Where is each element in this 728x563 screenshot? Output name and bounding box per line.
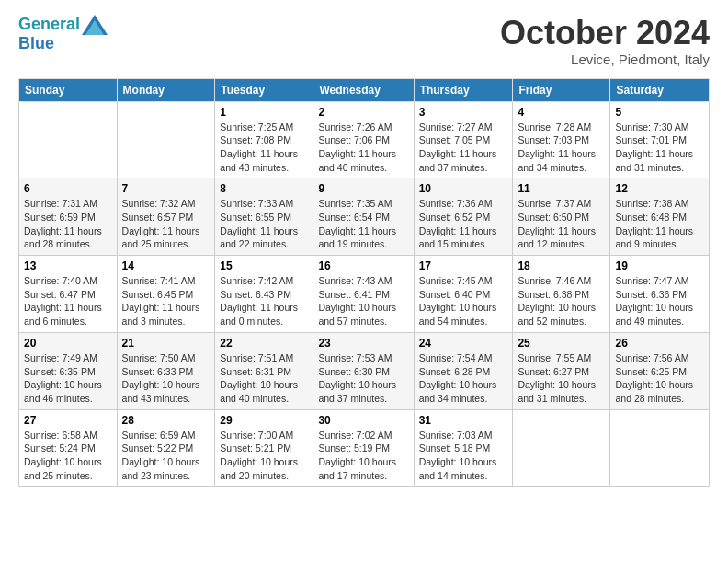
day-number: 30 bbox=[318, 414, 408, 427]
calendar-cell: 10Sunrise: 7:36 AM Sunset: 6:52 PM Dayli… bbox=[414, 178, 513, 256]
day-info: Sunrise: 6:58 AM Sunset: 5:24 PM Dayligh… bbox=[24, 429, 112, 483]
day-number: 21 bbox=[122, 337, 210, 350]
calendar-cell: 24Sunrise: 7:54 AM Sunset: 6:28 PM Dayli… bbox=[414, 332, 513, 409]
calendar-cell: 4Sunrise: 7:28 AM Sunset: 7:03 PM Daylig… bbox=[513, 101, 610, 178]
day-info: Sunrise: 7:42 AM Sunset: 6:43 PM Dayligh… bbox=[220, 274, 308, 328]
day-number: 2 bbox=[318, 106, 408, 119]
logo-text: General bbox=[18, 16, 80, 34]
calendar-cell: 25Sunrise: 7:55 AM Sunset: 6:27 PM Dayli… bbox=[513, 332, 610, 409]
header: General Blue October 2024 Levice, Piedmo… bbox=[18, 15, 710, 67]
day-info: Sunrise: 7:38 AM Sunset: 6:48 PM Dayligh… bbox=[615, 197, 704, 251]
day-number: 24 bbox=[419, 337, 508, 350]
calendar-cell: 29Sunrise: 7:00 AM Sunset: 5:21 PM Dayli… bbox=[215, 409, 313, 487]
day-number: 14 bbox=[122, 259, 210, 272]
day-number: 18 bbox=[518, 259, 605, 272]
calendar-cell: 30Sunrise: 7:02 AM Sunset: 5:19 PM Dayli… bbox=[313, 409, 414, 487]
day-header-wednesday: Wednesday bbox=[313, 78, 414, 101]
day-info: Sunrise: 7:00 AM Sunset: 5:21 PM Dayligh… bbox=[220, 429, 308, 483]
day-number: 3 bbox=[419, 106, 508, 119]
day-number: 1 bbox=[220, 106, 308, 119]
calendar-cell: 17Sunrise: 7:45 AM Sunset: 6:40 PM Dayli… bbox=[414, 256, 513, 333]
day-info: Sunrise: 7:03 AM Sunset: 5:18 PM Dayligh… bbox=[419, 429, 508, 483]
day-number: 27 bbox=[24, 414, 112, 427]
day-number: 4 bbox=[518, 106, 605, 119]
day-number: 31 bbox=[419, 414, 508, 427]
day-number: 9 bbox=[318, 182, 408, 195]
calendar-cell: 22Sunrise: 7:51 AM Sunset: 6:31 PM Dayli… bbox=[215, 332, 313, 409]
day-number: 25 bbox=[518, 337, 605, 350]
day-header-friday: Friday bbox=[513, 78, 610, 101]
day-info: Sunrise: 7:50 AM Sunset: 6:33 PM Dayligh… bbox=[122, 351, 210, 406]
day-info: Sunrise: 7:49 AM Sunset: 6:35 PM Dayligh… bbox=[24, 351, 112, 406]
calendar-cell bbox=[610, 409, 710, 487]
calendar-cell: 7Sunrise: 7:32 AM Sunset: 6:57 PM Daylig… bbox=[117, 178, 215, 256]
day-info: Sunrise: 7:40 AM Sunset: 6:47 PM Dayligh… bbox=[24, 274, 112, 328]
calendar-cell: 26Sunrise: 7:56 AM Sunset: 6:25 PM Dayli… bbox=[610, 332, 710, 409]
calendar-cell: 19Sunrise: 7:47 AM Sunset: 6:36 PM Dayli… bbox=[610, 256, 710, 333]
week-row-5: 27Sunrise: 6:58 AM Sunset: 5:24 PM Dayli… bbox=[19, 409, 710, 487]
calendar-cell: 6Sunrise: 7:31 AM Sunset: 6:59 PM Daylig… bbox=[19, 178, 118, 256]
calendar-cell: 2Sunrise: 7:26 AM Sunset: 7:06 PM Daylig… bbox=[313, 101, 414, 178]
calendar-cell: 1Sunrise: 7:25 AM Sunset: 7:08 PM Daylig… bbox=[215, 101, 313, 178]
calendar-cell: 27Sunrise: 6:58 AM Sunset: 5:24 PM Dayli… bbox=[19, 409, 118, 487]
day-number: 5 bbox=[615, 106, 704, 119]
day-info: Sunrise: 7:25 AM Sunset: 7:08 PM Dayligh… bbox=[220, 121, 308, 175]
day-number: 22 bbox=[220, 337, 308, 350]
day-info: Sunrise: 7:26 AM Sunset: 7:06 PM Dayligh… bbox=[318, 121, 408, 175]
day-info: Sunrise: 7:45 AM Sunset: 6:40 PM Dayligh… bbox=[419, 274, 508, 328]
day-info: Sunrise: 7:31 AM Sunset: 6:59 PM Dayligh… bbox=[24, 197, 112, 251]
week-row-2: 6Sunrise: 7:31 AM Sunset: 6:59 PM Daylig… bbox=[19, 178, 710, 256]
calendar-cell: 9Sunrise: 7:35 AM Sunset: 6:54 PM Daylig… bbox=[313, 178, 414, 256]
day-number: 23 bbox=[318, 337, 408, 350]
calendar-cell bbox=[117, 101, 215, 178]
day-number: 15 bbox=[220, 259, 308, 272]
calendar-cell: 15Sunrise: 7:42 AM Sunset: 6:43 PM Dayli… bbox=[215, 256, 313, 333]
day-info: Sunrise: 7:53 AM Sunset: 6:30 PM Dayligh… bbox=[318, 351, 408, 406]
day-header-tuesday: Tuesday bbox=[215, 78, 313, 101]
day-number: 28 bbox=[122, 414, 210, 427]
header-row: SundayMondayTuesdayWednesdayThursdayFrid… bbox=[19, 78, 710, 101]
day-number: 6 bbox=[24, 182, 112, 195]
week-row-1: 1Sunrise: 7:25 AM Sunset: 7:08 PM Daylig… bbox=[19, 101, 710, 178]
calendar-cell: 12Sunrise: 7:38 AM Sunset: 6:48 PM Dayli… bbox=[610, 178, 710, 256]
day-info: Sunrise: 7:36 AM Sunset: 6:52 PM Dayligh… bbox=[419, 197, 508, 251]
calendar-cell: 13Sunrise: 7:40 AM Sunset: 6:47 PM Dayli… bbox=[19, 256, 118, 333]
day-info: Sunrise: 7:43 AM Sunset: 6:41 PM Dayligh… bbox=[318, 274, 408, 328]
day-info: Sunrise: 7:51 AM Sunset: 6:31 PM Dayligh… bbox=[220, 351, 308, 406]
calendar-cell: 31Sunrise: 7:03 AM Sunset: 5:18 PM Dayli… bbox=[414, 409, 513, 487]
day-info: Sunrise: 7:02 AM Sunset: 5:19 PM Dayligh… bbox=[318, 429, 408, 483]
day-info: Sunrise: 7:28 AM Sunset: 7:03 PM Dayligh… bbox=[518, 121, 605, 175]
day-number: 20 bbox=[24, 337, 112, 350]
day-info: Sunrise: 7:30 AM Sunset: 7:01 PM Dayligh… bbox=[615, 121, 704, 175]
calendar-cell: 28Sunrise: 6:59 AM Sunset: 5:22 PM Dayli… bbox=[117, 409, 215, 487]
day-number: 17 bbox=[419, 259, 508, 272]
logo: General Blue bbox=[18, 15, 108, 53]
logo-icon bbox=[82, 15, 108, 35]
day-number: 19 bbox=[615, 259, 704, 272]
calendar-table: SundayMondayTuesdayWednesdayThursdayFrid… bbox=[18, 78, 710, 488]
day-header-thursday: Thursday bbox=[414, 78, 513, 101]
calendar-page: General Blue October 2024 Levice, Piedmo… bbox=[0, 0, 728, 496]
day-number: 13 bbox=[24, 259, 112, 272]
day-number: 10 bbox=[419, 182, 508, 195]
calendar-cell: 11Sunrise: 7:37 AM Sunset: 6:50 PM Dayli… bbox=[513, 178, 610, 256]
day-info: Sunrise: 7:41 AM Sunset: 6:45 PM Dayligh… bbox=[122, 274, 210, 328]
day-header-saturday: Saturday bbox=[610, 78, 710, 101]
day-number: 29 bbox=[220, 414, 308, 427]
day-number: 11 bbox=[518, 182, 605, 195]
calendar-cell: 18Sunrise: 7:46 AM Sunset: 6:38 PM Dayli… bbox=[513, 256, 610, 333]
week-row-3: 13Sunrise: 7:40 AM Sunset: 6:47 PM Dayli… bbox=[19, 256, 710, 333]
day-info: Sunrise: 7:55 AM Sunset: 6:27 PM Dayligh… bbox=[518, 351, 605, 406]
calendar-location: Levice, Piedmont, Italy bbox=[500, 52, 710, 67]
calendar-cell: 8Sunrise: 7:33 AM Sunset: 6:55 PM Daylig… bbox=[215, 178, 313, 256]
day-info: Sunrise: 7:46 AM Sunset: 6:38 PM Dayligh… bbox=[518, 274, 605, 328]
day-number: 8 bbox=[220, 182, 308, 195]
calendar-cell: 14Sunrise: 7:41 AM Sunset: 6:45 PM Dayli… bbox=[117, 256, 215, 333]
day-info: Sunrise: 7:32 AM Sunset: 6:57 PM Dayligh… bbox=[122, 197, 210, 251]
day-header-monday: Monday bbox=[117, 78, 215, 101]
logo-blue-text: Blue bbox=[18, 35, 108, 53]
day-info: Sunrise: 7:56 AM Sunset: 6:25 PM Dayligh… bbox=[615, 351, 704, 406]
day-number: 16 bbox=[318, 259, 408, 272]
week-row-4: 20Sunrise: 7:49 AM Sunset: 6:35 PM Dayli… bbox=[19, 332, 710, 409]
day-header-sunday: Sunday bbox=[19, 78, 118, 101]
